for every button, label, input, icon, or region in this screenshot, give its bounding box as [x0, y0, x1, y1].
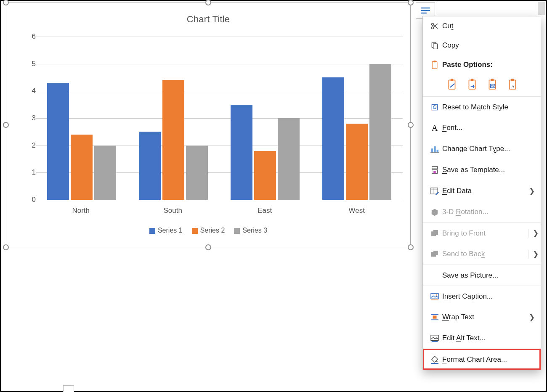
chart-title[interactable]: Chart Title — [6, 3, 410, 25]
menu-font[interactable]: A Font... — [423, 117, 541, 138]
y-tick-label: 1 — [32, 168, 36, 177]
legend-item[interactable]: Series 1 — [149, 227, 183, 234]
cube-icon — [427, 208, 442, 216]
x-tick-label: North — [35, 207, 127, 215]
menu-reset-match-style[interactable]: Reset to Match Style — [423, 96, 541, 117]
menu-label: Font... — [442, 124, 535, 132]
legend-swatch — [234, 228, 240, 234]
legend-item[interactable]: Series 3 — [234, 227, 267, 234]
menu-copy[interactable]: Copy — [423, 36, 541, 55]
svg-rect-9 — [432, 62, 437, 69]
svg-rect-36 — [432, 252, 436, 257]
vertical-scrollbar[interactable] — [538, 2, 545, 15]
menu-label: Insert Caption... — [442, 292, 535, 301]
legend-label: Series 3 — [242, 227, 267, 234]
menu-label: Save as Picture... — [442, 271, 535, 280]
send-back-icon — [427, 250, 442, 258]
menu-paste-options-header: Paste Options: — [423, 55, 541, 74]
y-tick-label: 2 — [32, 141, 36, 150]
selection-handle[interactable] — [408, 122, 414, 128]
legend-item[interactable]: Series 2 — [192, 227, 225, 234]
template-icon — [427, 165, 442, 175]
bar[interactable] — [186, 146, 208, 200]
selection-handle[interactable] — [408, 0, 414, 5]
menu-label: Edit Alt Text... — [442, 334, 535, 342]
menu-label: Cut — [442, 22, 535, 30]
menu-bring-to-front: Bring to Front ❯ — [423, 222, 541, 244]
paint-bucket-icon — [427, 355, 442, 364]
bar[interactable] — [162, 80, 184, 200]
edit-data-icon — [427, 187, 442, 195]
x-tick-label: East — [219, 207, 311, 215]
bar[interactable] — [47, 83, 69, 200]
paste-picture[interactable] — [486, 78, 499, 90]
svg-point-38 — [436, 294, 437, 296]
reset-icon — [427, 103, 442, 111]
svg-rect-34 — [434, 230, 438, 234]
y-axis: 0123456 — [23, 37, 36, 200]
svg-rect-42 — [433, 315, 437, 318]
svg-point-4 — [432, 27, 434, 29]
menu-cut[interactable]: Cut — [423, 16, 541, 36]
legend[interactable]: Series 1Series 2Series 3 — [6, 227, 410, 234]
svg-rect-23 — [431, 148, 433, 152]
paste-text-only[interactable]: A — [506, 78, 519, 90]
svg-point-3 — [432, 23, 434, 25]
chevron-right-icon: ❯ — [528, 250, 535, 259]
bar[interactable] — [346, 124, 368, 200]
x-tick-label: South — [127, 207, 219, 215]
menu-label: Save as Template... — [442, 166, 535, 174]
gridline — [36, 200, 403, 200]
svg-rect-14 — [471, 79, 473, 81]
selection-handle[interactable] — [408, 244, 414, 250]
menu-change-chart-type[interactable]: Change Chart Type... — [423, 138, 541, 159]
svg-text:A: A — [432, 123, 438, 132]
menu-label: 3-D Rotation... — [442, 208, 535, 216]
menu-label: Reset to Match Style — [442, 103, 535, 111]
y-tick-label: 4 — [32, 87, 36, 95]
svg-rect-25 — [437, 150, 439, 152]
menu-save-as-template[interactable]: Save as Template... — [423, 159, 541, 180]
menu-label: Edit Data — [442, 187, 528, 195]
selection-handle[interactable] — [3, 244, 9, 250]
svg-rect-12 — [451, 79, 453, 81]
paste-options-row: A — [423, 74, 541, 96]
chevron-right-icon: ❯ — [528, 187, 535, 196]
chart-columns-icon — [427, 145, 442, 153]
menu-insert-caption[interactable]: Insert Caption... — [423, 286, 541, 307]
bar[interactable] — [71, 135, 93, 200]
menu-save-as-picture[interactable]: Save as Picture... — [423, 265, 541, 286]
clipboard-icon — [427, 60, 442, 69]
paste-keep-source-formatting[interactable] — [466, 78, 478, 90]
bar[interactable] — [231, 105, 252, 200]
menu-label: Copy — [442, 41, 535, 50]
y-tick-label: 3 — [32, 114, 36, 122]
legend-label: Series 1 — [158, 227, 183, 234]
alt-text-icon — [427, 334, 442, 342]
bar[interactable] — [322, 77, 344, 200]
menu-label: Wrap Text — [442, 313, 528, 321]
selection-handle[interactable] — [3, 122, 9, 128]
paste-use-destination-theme[interactable] — [446, 78, 458, 90]
picture-icon — [427, 293, 442, 300]
menu-edit-alt-text[interactable]: Edit Alt Text... — [423, 328, 541, 349]
bar[interactable] — [94, 146, 116, 200]
bar[interactable] — [278, 118, 300, 200]
document-tab-caret[interactable] — [63, 385, 74, 392]
menu-format-chart-area[interactable]: Format Chart Area... — [423, 349, 541, 370]
bar[interactable] — [139, 132, 161, 200]
menu-wrap-text[interactable]: Wrap Text ❯ — [423, 307, 541, 328]
bar[interactable] — [254, 151, 276, 200]
y-tick-label: 0 — [32, 196, 36, 204]
menu-3d-rotation: 3-D Rotation... — [423, 201, 541, 222]
svg-rect-27 — [432, 167, 438, 169]
svg-rect-13 — [469, 80, 475, 89]
menu-edit-data[interactable]: Edit Data ❯ — [423, 180, 541, 201]
bar[interactable] — [369, 64, 391, 200]
svg-rect-8 — [433, 44, 438, 49]
menu-send-to-back: Send to Back ❯ — [423, 244, 541, 265]
x-axis-labels: NorthSouthEastWest — [35, 207, 403, 215]
plot-area[interactable]: 0123456 — [23, 37, 403, 200]
chart-object[interactable]: Chart Title 0123456 NorthSouthEastWest S… — [6, 3, 411, 247]
selection-handle[interactable] — [205, 244, 211, 250]
